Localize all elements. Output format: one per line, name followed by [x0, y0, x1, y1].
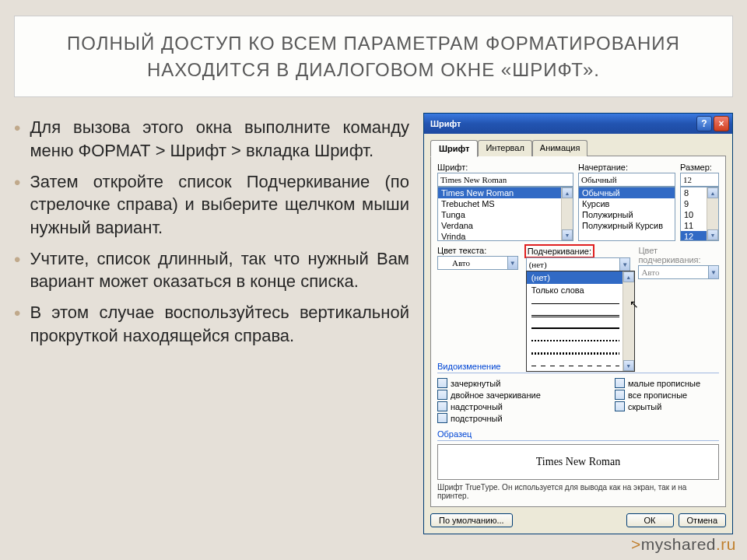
underline-dropdown[interactable]: (нет) Только слова ▲	[526, 271, 635, 372]
check-strikethrough[interactable]: зачеркнутый	[437, 378, 542, 388]
watermark: >myshared.ru	[631, 535, 736, 554]
check-smallcaps[interactable]: малые прописные	[615, 378, 719, 388]
dd-item-line[interactable]	[527, 296, 634, 309]
size-label: Размер:	[680, 163, 719, 172]
scrollbar[interactable]: ▲ ▼	[707, 187, 718, 240]
dd-item-line[interactable]	[527, 334, 634, 346]
bullet-item: Для вызова этого окна выполните команду …	[14, 116, 409, 162]
scroll-up-icon[interactable]: ▲	[623, 271, 634, 282]
chevron-down-icon[interactable]: ▼	[507, 256, 518, 270]
truetype-hint: Шрифт TrueType. Он используется для выво…	[437, 483, 719, 500]
sample-preview: Times New Roman	[437, 444, 719, 480]
check-hidden[interactable]: скрытый	[615, 401, 719, 411]
list-item[interactable]: Trebuchet MS	[438, 198, 573, 209]
list-item[interactable]: Полужирный	[579, 209, 675, 220]
font-input[interactable]	[437, 173, 573, 187]
dd-item[interactable]: (нет)	[527, 271, 634, 284]
check-superscript[interactable]: надстрочный	[437, 401, 542, 411]
chevron-down-icon: ▼	[708, 265, 719, 279]
tab-strip: Шрифт Интервал Анимация	[430, 140, 726, 156]
scroll-up-icon[interactable]: ▲	[707, 187, 718, 198]
underline-color-label: Цвет подчеркивания:	[638, 246, 719, 264]
dialog-titlebar[interactable]: Шрифт ? ×	[424, 114, 732, 134]
dd-item-line[interactable]	[527, 321, 634, 334]
check-allcaps[interactable]: все прописные	[615, 390, 719, 400]
underline-label: Подчеркивание:	[526, 246, 593, 257]
divider	[437, 373, 719, 373]
dd-item-line[interactable]	[527, 309, 634, 321]
ok-button[interactable]: ОК	[626, 513, 674, 527]
list-item[interactable]: Обычный	[579, 187, 675, 198]
slide-title: ПОЛНЫЙ ДОСТУП КО ВСЕМ ПАРАМЕТРАМ ФОРМАТИ…	[14, 16, 733, 97]
list-item[interactable]: Vrinda	[438, 231, 573, 241]
divider	[437, 440, 719, 441]
tab-interval[interactable]: Интервал	[478, 140, 531, 156]
style-input[interactable]	[578, 173, 675, 187]
dd-item[interactable]: Только слова	[527, 284, 634, 296]
scroll-down-icon[interactable]: ▼	[623, 360, 634, 371]
dd-item-line[interactable]	[527, 359, 634, 371]
style-label: Начертание:	[578, 163, 675, 172]
scroll-down-icon[interactable]: ▼	[562, 229, 573, 240]
scroll-up-icon[interactable]: ▲	[562, 187, 573, 198]
cursor-icon: ↖	[630, 298, 639, 310]
bullet-list: Для вызова этого окна выполните команду …	[14, 113, 409, 534]
tab-font[interactable]: Шрифт	[430, 140, 478, 157]
sample-group-label: Образец	[437, 429, 719, 439]
list-item[interactable]: Times New Roman	[438, 187, 573, 198]
list-item[interactable]: Полужирный Курсив	[579, 220, 675, 231]
text-color-combo[interactable]: ▼	[437, 256, 518, 270]
bullet-item: Затем откройте список Подчеркивание (по …	[14, 170, 409, 240]
font-label: Шрифт:	[437, 163, 573, 172]
size-list[interactable]: 8 9 10 11 12 ▲ ▼	[680, 187, 719, 241]
chevron-down-icon[interactable]: ▼	[619, 257, 630, 271]
underline-combo[interactable]: ▼	[526, 257, 631, 271]
bullet-item: В этом случае воспользуйтесь вертикально…	[14, 301, 409, 347]
slide-title-text: ПОЛНЫЙ ДОСТУП КО ВСЕМ ПАРАМЕТРАМ ФОРМАТИ…	[38, 30, 709, 82]
text-color-label: Цвет текста:	[437, 246, 518, 255]
font-dialog-screenshot: Шрифт ? × Шрифт Интервал Анимация Шриф	[423, 113, 733, 534]
font-list[interactable]: Times New Roman Trebuchet MS Tunga Verda…	[437, 187, 573, 241]
close-button[interactable]: ×	[714, 116, 729, 131]
scroll-down-icon[interactable]: ▼	[707, 229, 718, 240]
tab-animation[interactable]: Анимация	[532, 140, 588, 156]
style-list[interactable]: Обычный Курсив Полужирный Полужирный Кур…	[578, 187, 675, 241]
cancel-button[interactable]: Отмена	[679, 513, 726, 527]
scrollbar[interactable]: ▲ ▼	[622, 271, 634, 371]
list-item[interactable]: Курсив	[579, 198, 675, 209]
check-double-strike[interactable]: двойное зачеркивание	[437, 390, 542, 400]
effects-group: зачеркнутый двойное зачеркивание надстро…	[437, 376, 719, 425]
dialog-title: Шрифт	[430, 119, 461, 128]
bullet-item: Учтите, список длинный, так что нужный В…	[14, 247, 409, 293]
list-item[interactable]: Tunga	[438, 209, 573, 220]
dd-item-line[interactable]	[527, 346, 634, 359]
scrollbar[interactable]: ▲ ▼	[561, 187, 573, 240]
list-item[interactable]: Verdana	[438, 220, 573, 231]
default-button[interactable]: По умолчанию...	[430, 513, 513, 527]
underline-color-combo: ▼	[638, 265, 719, 279]
size-input[interactable]	[680, 173, 719, 187]
check-subscript[interactable]: подстрочный	[437, 413, 542, 423]
help-button[interactable]: ?	[696, 116, 712, 131]
